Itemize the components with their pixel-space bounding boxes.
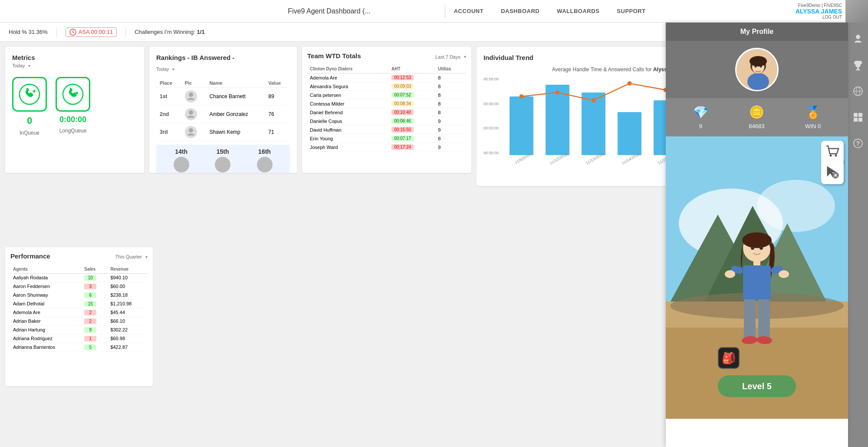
inqueue-icon-box bbox=[12, 77, 47, 112]
longqueue-label: LongQueue bbox=[59, 128, 87, 134]
rank-pic bbox=[181, 88, 206, 106]
sidebar-icon-help[interactable]: ? bbox=[850, 136, 866, 151]
cursor-gear-button[interactable] bbox=[821, 160, 844, 184]
avatar-image bbox=[736, 49, 779, 91]
svg-rect-44 bbox=[744, 299, 756, 338]
team-period[interactable]: Last 7 Days ▾ bbox=[435, 54, 466, 60]
rankings-table: Place Pic Name Value 1st Chance Barnett … bbox=[156, 79, 290, 141]
asa-value: ASA 00:00:11 bbox=[79, 29, 113, 35]
svg-text:?: ? bbox=[856, 140, 860, 147]
team-aht: 00:08:34 bbox=[389, 99, 435, 108]
chart-y-label: 00:03:00 bbox=[483, 126, 499, 130]
inqueue-label: InQueue bbox=[20, 130, 39, 136]
chart-bar bbox=[510, 96, 533, 155]
perf-agent: Adrianna Barrientos bbox=[10, 343, 82, 351]
perf-revenue: $238.18 bbox=[108, 291, 148, 299]
team-util: 8 bbox=[435, 73, 466, 82]
perf-row: Ademola Are 2 $45.44 bbox=[10, 308, 148, 317]
person-icon bbox=[853, 34, 863, 44]
backpack-icon: 🎒 bbox=[718, 347, 740, 369]
rankings-bottom: 14th Brandi Klemme 15th Me 16th Dorian H… bbox=[156, 145, 290, 173]
metrics-period-arrow: ▾ bbox=[28, 63, 30, 68]
team-name: Ademola Are bbox=[307, 73, 389, 82]
perf-table: Agents Sales Revenue Aaliyah Rodasta 10 … bbox=[10, 265, 148, 352]
team-name: Carla petersen bbox=[307, 91, 389, 99]
team-col-aht: AHT bbox=[389, 65, 435, 73]
sidebar-icon-person[interactable] bbox=[850, 31, 866, 47]
perf-revenue: $45.44 bbox=[108, 308, 148, 317]
trophy-icon bbox=[853, 60, 863, 70]
perf-row: Adriana Rodriguez 1 $60.98 bbox=[10, 334, 148, 343]
perf-sales: 5 bbox=[82, 343, 108, 351]
nav-support[interactable]: SUPPORT bbox=[617, 8, 645, 14]
perf-header-row: Performance This Quarter ▾ bbox=[10, 252, 148, 262]
team-aht: 00:09:03 bbox=[389, 82, 435, 91]
perf-sales: 3 bbox=[82, 282, 108, 291]
nav-dashboard[interactable]: DASHBOARD bbox=[501, 8, 539, 14]
perf-row: Aaron Shumway 6 $238.18 bbox=[10, 291, 148, 299]
logout-link[interactable]: LOG OUT bbox=[796, 15, 842, 20]
nav-wallboards[interactable]: WALLBOARDS bbox=[557, 8, 599, 14]
longqueue-value: 0:00:00 bbox=[59, 115, 86, 124]
team-aht: 00:17:24 bbox=[389, 143, 435, 152]
svg-point-48 bbox=[856, 35, 860, 39]
team-header-row: Team WTD Totals Last 7 Days ▾ bbox=[307, 52, 466, 61]
rank-value: 71 bbox=[265, 123, 290, 141]
team-aht: 00:06:46 bbox=[389, 117, 435, 126]
svg-point-3 bbox=[189, 93, 193, 97]
perf-revenue: $422.87 bbox=[108, 343, 148, 351]
perf-revenue: $940.10 bbox=[108, 273, 148, 282]
col-place: Place bbox=[156, 79, 181, 88]
globe-icon bbox=[853, 86, 863, 96]
inqueue-value: 0 bbox=[27, 115, 32, 126]
sidebar-icon-grid[interactable] bbox=[850, 109, 866, 125]
svg-point-37 bbox=[760, 246, 763, 250]
header-divider bbox=[445, 5, 445, 18]
perf-title: Performance bbox=[10, 252, 50, 260]
team-period-arrow: ▾ bbox=[464, 54, 466, 59]
svg-rect-50 bbox=[856, 70, 860, 70]
perf-sales: 1 bbox=[82, 334, 108, 343]
metrics-period[interactable]: Today ▾ bbox=[12, 63, 137, 68]
team-name: Danielle Copus bbox=[307, 117, 389, 126]
challenges-value: 1/1 bbox=[197, 29, 205, 35]
rankings-title: Rankings - IB Answered - bbox=[156, 54, 234, 61]
perf-agent: Adrian Baker bbox=[10, 317, 82, 325]
svg-rect-56 bbox=[854, 118, 858, 122]
team-name: Joseph Ward bbox=[307, 143, 389, 152]
app-title: Five9 Agent Dashboard (... bbox=[222, 7, 436, 15]
rankings-period-arrow: ▾ bbox=[172, 67, 174, 72]
team-row: Contessa Milder 00:08:34 8 bbox=[307, 99, 466, 108]
svg-rect-39 bbox=[743, 265, 771, 300]
sidebar-icon-trophy[interactable] bbox=[850, 57, 866, 73]
svg-point-35 bbox=[742, 232, 772, 248]
phone-inqueue-icon bbox=[19, 83, 40, 105]
perf-sales: 10 bbox=[82, 273, 108, 282]
sidebar-icon-globe[interactable] bbox=[850, 83, 866, 99]
team-row: Daniel Behrend 00:10:40 8 bbox=[307, 108, 466, 117]
team-row: Carla petersen 00:07:52 8 bbox=[307, 91, 466, 99]
rankings-panel: Rankings - IB Answered - Today ▾ Place P… bbox=[149, 47, 297, 173]
chart-bar bbox=[618, 112, 641, 155]
svg-point-30 bbox=[830, 155, 832, 157]
team-col-name: Clinton Dyno Dialers bbox=[307, 65, 389, 73]
team-title: Team WTD Totals bbox=[307, 52, 361, 60]
cursor-gear-icon bbox=[825, 164, 840, 179]
perf-agent: Adriana Rodriguez bbox=[10, 334, 82, 343]
level-label: Level 5 bbox=[742, 381, 772, 391]
rank-value: 76 bbox=[265, 106, 290, 123]
rankings-period[interactable]: Today ▾ bbox=[156, 66, 290, 72]
medal-icon: 🏅 bbox=[806, 105, 821, 119]
team-util: 9 bbox=[435, 126, 466, 134]
rankings-row: 2nd Amber Gonzalez 76 bbox=[156, 106, 290, 123]
header-user: Five9Demo | FIVE9SC ALYSSA JAMES LOG OUT bbox=[796, 3, 842, 20]
user-avatar-sm bbox=[185, 90, 197, 103]
profile-stat-wins: 🏅 WIN 0 bbox=[805, 105, 821, 129]
chart-y-label: 00:09:00 bbox=[483, 77, 499, 81]
perf-revenue: $60.00 bbox=[108, 282, 148, 291]
perf-period[interactable]: This Quarter ▾ bbox=[115, 254, 148, 259]
team-row: Alexandra Segura 00:09:03 8 bbox=[307, 82, 466, 91]
diamond-value: 9 bbox=[699, 123, 702, 129]
svg-rect-55 bbox=[858, 113, 862, 117]
nav-account[interactable]: ACCOUNT bbox=[454, 8, 484, 14]
